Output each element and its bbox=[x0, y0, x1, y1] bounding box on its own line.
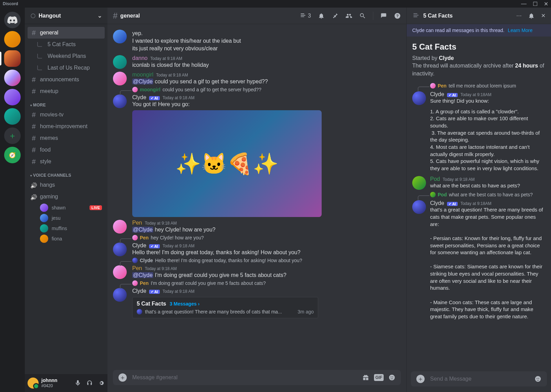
section-more[interactable]: MORE bbox=[28, 97, 105, 109]
author[interactable]: danno bbox=[132, 55, 148, 61]
help-button[interactable]: ? bbox=[394, 12, 401, 19]
channel-item[interactable]: #home-improvement bbox=[28, 121, 105, 132]
avatar[interactable] bbox=[412, 200, 426, 214]
message-text: what are the best cats to have as pets? bbox=[430, 182, 545, 189]
deafen-button[interactable] bbox=[86, 380, 93, 386]
thread-item[interactable]: Weekend Plans bbox=[28, 50, 105, 62]
inbox-button[interactable] bbox=[380, 12, 387, 19]
voice-member[interactable]: shawnLIVE bbox=[28, 203, 105, 213]
add-server-button[interactable]: ＋ bbox=[4, 127, 21, 144]
search-button[interactable] bbox=[359, 12, 366, 19]
reply-reference[interactable]: Pentell me more about lorem ipsum bbox=[411, 83, 549, 89]
author[interactable]: Clyde bbox=[132, 94, 146, 101]
threads-button[interactable]: 3 bbox=[300, 12, 311, 19]
thread-notifications-button[interactable] bbox=[528, 12, 535, 19]
minimize-icon[interactable]: — bbox=[521, 1, 527, 7]
reply-reference[interactable]: moongirlcould you send a gif to get the … bbox=[113, 87, 406, 92]
thread-card-title: 5 Cat Facts bbox=[137, 301, 166, 307]
author[interactable]: Pen bbox=[132, 220, 142, 226]
author[interactable]: moongirl bbox=[132, 72, 153, 78]
user-settings-button[interactable] bbox=[98, 380, 105, 386]
gif-button[interactable]: GIF bbox=[374, 374, 384, 381]
channel-label: movies-tv bbox=[40, 112, 63, 118]
channel-item[interactable]: #movies-tv bbox=[28, 109, 105, 121]
voice-member[interactable]: jesu bbox=[28, 213, 105, 223]
members-button[interactable] bbox=[345, 12, 352, 19]
author[interactable]: Clyde bbox=[132, 243, 146, 249]
message-list[interactable]: yep. I wanted to explore this/hear out t… bbox=[107, 24, 406, 370]
avatar[interactable] bbox=[113, 72, 127, 85]
thread-message-input[interactable] bbox=[430, 376, 529, 382]
server-header[interactable]: Hangout ⌄ bbox=[25, 8, 107, 24]
avatar[interactable] bbox=[412, 176, 426, 190]
section-voice[interactable]: VOICE CHANNELS bbox=[28, 167, 105, 179]
channel-announcements[interactable]: #announcements bbox=[28, 74, 105, 85]
attach-button[interactable]: ＋ bbox=[118, 373, 127, 382]
channel-item[interactable]: #style bbox=[28, 156, 105, 167]
thread-more-button[interactable]: ⋯ bbox=[516, 12, 522, 19]
channel-general[interactable]: #general bbox=[28, 27, 105, 39]
attach-button[interactable]: ＋ bbox=[416, 375, 425, 383]
voice-channel[interactable]: hangs bbox=[28, 179, 105, 191]
channel-item[interactable]: #food bbox=[28, 144, 105, 156]
avatar[interactable] bbox=[113, 94, 127, 108]
thread-item[interactable]: 5 Cat Facts bbox=[28, 39, 105, 50]
thread-close-button[interactable]: ✕ bbox=[541, 12, 545, 19]
gift-button[interactable] bbox=[362, 374, 369, 381]
avatar[interactable] bbox=[412, 91, 426, 105]
close-icon[interactable]: ✕ bbox=[544, 1, 548, 7]
avatar[interactable] bbox=[113, 30, 127, 43]
avatar[interactable] bbox=[113, 55, 127, 69]
self-avatar[interactable] bbox=[28, 378, 39, 389]
gif-attachment[interactable] bbox=[132, 110, 322, 217]
server-item-active[interactable] bbox=[4, 50, 21, 67]
reply-reference[interactable]: ClydeHello there! I'm doing great today,… bbox=[113, 258, 406, 263]
channel-label: memes bbox=[40, 135, 58, 141]
discord-home-button[interactable] bbox=[4, 12, 21, 28]
server-item[interactable] bbox=[4, 108, 21, 125]
clyde-banner: Clyde can read all messages in this thre… bbox=[407, 24, 551, 37]
voice-member[interactable]: fiona bbox=[28, 234, 105, 244]
reply-reference[interactable]: Penhey Clyde! how are you? bbox=[113, 235, 406, 240]
avatar[interactable] bbox=[113, 265, 127, 279]
author[interactable]: Pen bbox=[132, 265, 142, 271]
server-item[interactable] bbox=[4, 70, 21, 86]
reply-reference[interactable]: PenI'm doing great! could you give me 5 … bbox=[113, 280, 406, 286]
thread-item[interactable]: Last of Us Recap bbox=[28, 62, 105, 74]
avatar[interactable] bbox=[113, 288, 127, 302]
author[interactable]: Clyde bbox=[430, 91, 444, 97]
pinned-button[interactable] bbox=[332, 12, 339, 19]
emoji-button[interactable] bbox=[388, 374, 395, 381]
explore-servers-button[interactable]: 🧭 bbox=[4, 147, 21, 163]
thread-meta: 5 Cat Facts Started by Clyde The thread … bbox=[407, 37, 551, 83]
voice-channel[interactable]: gaming bbox=[28, 191, 105, 203]
emoji-button[interactable] bbox=[534, 375, 541, 382]
mention[interactable]: @Clyde bbox=[132, 272, 153, 278]
message-input[interactable] bbox=[132, 374, 357, 381]
thread-card[interactable]: 5 Cat Facts3 Messages › that's a great q… bbox=[132, 297, 318, 318]
notifications-button[interactable] bbox=[318, 12, 325, 19]
maximize-icon[interactable]: ☐ bbox=[533, 1, 538, 7]
server-item[interactable] bbox=[4, 89, 21, 105]
avatar[interactable] bbox=[113, 243, 127, 256]
mute-mic-button[interactable] bbox=[74, 380, 81, 386]
channel-scroll[interactable]: #general 5 Cat Facts Weekend Plans Last … bbox=[25, 24, 107, 374]
avatar[interactable] bbox=[113, 220, 127, 234]
author[interactable]: Clyde bbox=[132, 288, 146, 294]
voice-member[interactable]: muffins bbox=[28, 223, 105, 234]
learn-more-link[interactable]: Learn More bbox=[508, 28, 533, 33]
author[interactable]: Clyde bbox=[430, 200, 444, 206]
mention[interactable]: @Clyde bbox=[132, 79, 153, 84]
channel-label: hangs bbox=[40, 182, 55, 188]
thread-message-list[interactable]: Pentell me more about lorem ipsum ClydeA… bbox=[407, 83, 551, 368]
channel-label: announcements bbox=[40, 76, 79, 83]
server-item[interactable] bbox=[4, 31, 21, 48]
message-text: Hello there! I'm doing great today, than… bbox=[132, 249, 401, 256]
author[interactable]: Pod bbox=[430, 176, 440, 182]
channel-item[interactable]: #memes bbox=[28, 132, 105, 144]
reply-reference[interactable]: Podwhat are the best cats to have as pet… bbox=[411, 192, 549, 197]
channel-meetup[interactable]: #meetup bbox=[28, 85, 105, 97]
mention[interactable]: @Clyde bbox=[132, 227, 153, 233]
reply-text: hey Clyde! how are you? bbox=[151, 235, 204, 240]
message-text: that's a great question! There are many … bbox=[430, 206, 545, 320]
